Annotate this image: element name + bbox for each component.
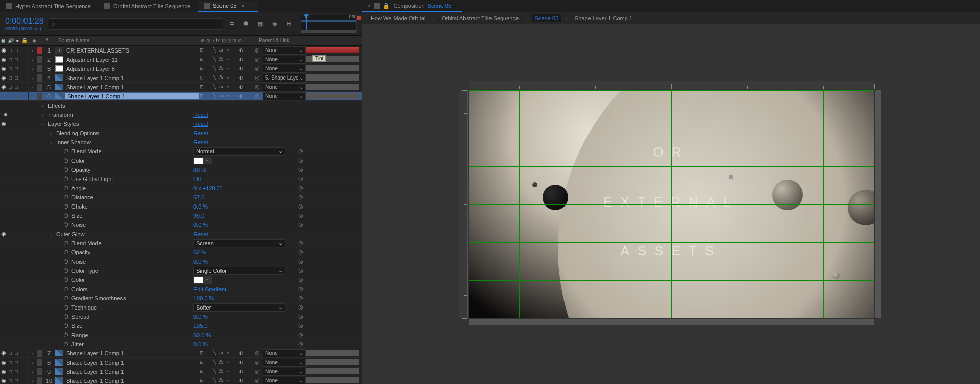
layer-switches[interactable]: ⊟╲ fx ▫◐	[199, 66, 255, 71]
property-row[interactable]: ⏱ Distance 57.0 ◎	[0, 193, 362, 202]
parent-dropdown[interactable]: None⌄	[263, 46, 306, 55]
stopwatch-icon[interactable]: ⏱	[62, 249, 69, 255]
expression-pickwhip-icon[interactable]: ◎	[298, 286, 303, 292]
parent-dropdown[interactable]: None⌄	[263, 92, 306, 100]
layer-duration-bar[interactable]	[306, 359, 359, 365]
expression-pickwhip-icon[interactable]: ◎	[298, 267, 303, 273]
expression-pickwhip-icon[interactable]: ◎	[298, 313, 303, 319]
visibility-toggle[interactable]: ◉	[0, 368, 7, 375]
layer-duration-bar[interactable]	[306, 84, 359, 90]
property-row[interactable]: ⏱ Angle 0 x +120.0° ◎	[0, 184, 362, 193]
lock-icon[interactable]: 🔒	[383, 3, 390, 9]
panel-menu-icon[interactable]: ≡	[248, 3, 251, 9]
layer-search-input[interactable]: ⌕	[48, 18, 223, 30]
expression-pickwhip-icon[interactable]: ◎	[298, 185, 303, 191]
expand-toggle[interactable]: ›	[29, 75, 36, 81]
property-row[interactable]: ◉ ⌄ Outer Glow Reset	[0, 229, 362, 239]
property-value-link[interactable]: Reset	[193, 130, 208, 136]
property-row[interactable]: ⏱ Blend Mode Screen⌄ ◎	[0, 239, 362, 248]
property-row[interactable]: ⏱ Color → ◎	[0, 275, 362, 285]
property-value[interactable]: 57.0	[193, 194, 204, 200]
expression-pickwhip-icon[interactable]: ◎	[298, 322, 303, 328]
fx-icon[interactable]: fx	[218, 75, 224, 81]
property-row[interactable]: › Blending Options Reset	[0, 129, 362, 138]
expression-pickwhip-icon[interactable]: ◎	[298, 166, 303, 172]
fx-icon[interactable]: fx	[218, 84, 224, 90]
property-row[interactable]: ⏱ Gradient Smoothness 100.0 % ◎	[0, 294, 362, 303]
composition-viewer[interactable]: OR EXTERNAL ASSETS	[362, 24, 980, 384]
breadcrumb-item[interactable]: Scene 05	[532, 14, 561, 22]
visibility-toggle[interactable]: ◉	[0, 47, 7, 54]
breadcrumb-item[interactable]: How We Made Orbital	[368, 14, 428, 22]
ruler-horizontal[interactable]	[469, 81, 874, 89]
color-label[interactable]	[37, 65, 42, 72]
motion-blur-icon[interactable]: ◉	[270, 19, 279, 29]
solo-column-icon[interactable]: ●	[14, 38, 21, 43]
parent-dropdown[interactable]: None⌄	[263, 65, 306, 73]
expand-toggle[interactable]: ›	[29, 84, 36, 90]
expression-pickwhip-icon[interactable]: ◎	[298, 203, 303, 209]
expand-toggle[interactable]: ⌄	[47, 231, 54, 237]
stopwatch-icon[interactable]: ⏱	[62, 158, 69, 164]
expand-toggle[interactable]: ›	[39, 103, 46, 109]
property-row[interactable]: ⏱ Jitter 0.0 % ◎	[0, 340, 362, 349]
visibility-toggle[interactable]: ◉	[0, 377, 7, 384]
layer-duration-bar[interactable]	[306, 47, 359, 53]
fx-icon[interactable]: fx	[218, 47, 224, 53]
expression-pickwhip-icon[interactable]: ◎	[298, 148, 303, 154]
visibility-toggle[interactable]: ◉	[0, 350, 7, 356]
stopwatch-icon[interactable]: ⏱	[62, 185, 69, 191]
color-picker[interactable]: →	[193, 157, 212, 164]
scrollbar-vertical[interactable]	[875, 90, 881, 318]
layer-row[interactable]: ⌄ 6 Shape Layer 1 Comp 1 ⊟╲ fx ▫◐ ◎ None…	[0, 92, 362, 101]
property-row[interactable]: ⏱ Noise 0.0 % ◎	[0, 257, 362, 266]
timeline-tab[interactable]: Orbital Abstract Title Sequence	[98, 1, 198, 11]
color-label[interactable]	[37, 368, 42, 375]
layer-name[interactable]: Shape Layer 1 Comp 1	[65, 369, 199, 375]
property-row[interactable]: › Transform Reset	[0, 110, 362, 119]
property-row[interactable]: ⏱ Colors Edit Gradient... ◎	[0, 285, 362, 294]
expression-pickwhip-icon[interactable]: ◎	[298, 249, 303, 255]
stopwatch-icon[interactable]: ⏱	[62, 268, 69, 274]
expression-pickwhip-icon[interactable]: ◎	[298, 221, 303, 227]
layer-row[interactable]: ◉ › 2 Adjustment Layer 11 ⊟╲ fx ▫◐ ◎ Non…	[0, 55, 362, 64]
property-row[interactable]: ⏱ Opacity 62 % ◎	[0, 248, 362, 257]
visibility-toggle[interactable]: ◉	[0, 359, 7, 366]
timecode-display[interactable]: 0:00:01:28 00058 (30.00 fps)	[5, 17, 44, 31]
layer-row[interactable]: ◉ › 5 Shape Layer 1 Comp 1 ⊟╲ fx ▫◐ ◎ No…	[0, 83, 362, 92]
expression-pickwhip-icon[interactable]: ◎	[298, 240, 303, 246]
property-row[interactable]: ⏱ Blend Mode Normal⌄ ◎	[0, 147, 362, 156]
mini-timeline[interactable]: :00f 05f	[301, 15, 357, 33]
pickwhip-icon[interactable]: ◎	[255, 377, 262, 385]
expression-pickwhip-icon[interactable]: ◎	[298, 304, 303, 310]
property-row[interactable]: ⏱ Color Type Single Color⌄ ◎	[0, 266, 362, 275]
layer-switches[interactable]: ⊟╲ fx ▫◐	[199, 378, 255, 383]
property-row[interactable]: ⏱ Color → ◎	[0, 156, 362, 165]
breadcrumb-item[interactable]: Shape Layer 1 Comp 1	[572, 14, 635, 22]
close-icon[interactable]: ×	[241, 3, 244, 9]
expression-pickwhip-icon[interactable]: ◎	[298, 295, 303, 301]
layer-row[interactable]: ◉ › 3 Adjustment Layer 8 ⊟╲ fx ▫◐ ◎ None…	[0, 64, 362, 73]
stopwatch-icon[interactable]: ⏱	[62, 240, 69, 246]
layer-name[interactable]: Shape Layer 1 Comp 1	[65, 360, 199, 366]
draft3d-icon[interactable]: ⬢	[241, 19, 251, 29]
color-picker[interactable]: →	[193, 276, 212, 284]
property-value[interactable]: 0.0 %	[193, 222, 208, 228]
stopwatch-icon[interactable]: ⏱	[62, 277, 69, 283]
layer-switches[interactable]: ⊟╲ fx ▫◐	[199, 47, 255, 53]
expression-pickwhip-icon[interactable]: ◎	[298, 276, 303, 283]
property-value[interactable]: 0.0 %	[193, 203, 208, 210]
property-dropdown[interactable]: Screen⌄	[193, 239, 285, 247]
property-value[interactable]: 62 %	[193, 249, 206, 255]
layer-name[interactable]: OR EXTERNAL ASSETS	[65, 47, 199, 54]
parent-dropdown[interactable]: 5. Shape Laye⌄	[263, 74, 306, 82]
fx-icon[interactable]: fx	[218, 350, 224, 356]
expression-pickwhip-icon[interactable]: ◎	[298, 212, 303, 218]
property-row[interactable]: ⏱ Technique Softer⌄ ◎	[0, 303, 362, 312]
layer-row[interactable]: ◉ › 8 Shape Layer 1 Comp 1 ⊟╲ fx ▫◐ ◎ No…	[0, 358, 362, 367]
property-value-link[interactable]: Reset	[193, 231, 208, 237]
lock-column-icon[interactable]: 🔒	[21, 38, 28, 43]
expression-pickwhip-icon[interactable]: ◎	[298, 331, 303, 338]
expand-toggle[interactable]: ⌄	[47, 139, 54, 145]
layer-switches[interactable]: ⊟╲ fx ▫◐	[199, 350, 255, 356]
